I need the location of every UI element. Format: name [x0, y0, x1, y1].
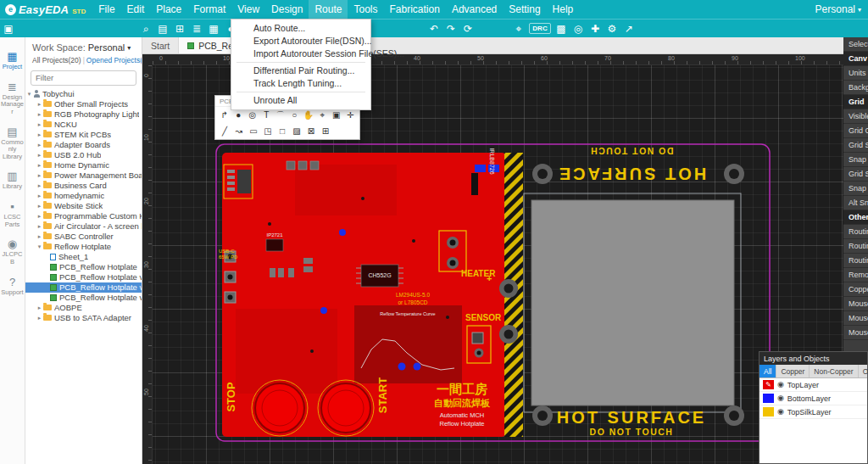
- dimension-icon[interactable]: ⌖: [510, 20, 527, 37]
- attr-row-mouse[interactable]: Mouse-: [843, 326, 868, 340]
- all-projects-link[interactable]: All Projects(20): [32, 56, 81, 64]
- attr-row-selecte[interactable]: Selecte: [843, 37, 868, 52]
- menu-advanced[interactable]: Advanced: [446, 0, 503, 19]
- sidebar-item-commonly-library[interactable]: ▤Commonly Library: [0, 121, 25, 166]
- attr-row-grid[interactable]: Grid: [843, 95, 868, 109]
- sidebar-item-project[interactable]: ▦Project: [0, 46, 25, 76]
- layers-tab-all[interactable]: All: [760, 365, 776, 377]
- table-icon[interactable]: ▤: [154, 20, 171, 37]
- image-icon[interactable]: ▦: [205, 20, 222, 37]
- attr-row-visible-c[interactable]: Visible C: [843, 109, 868, 124]
- menu-help[interactable]: Help: [547, 0, 580, 19]
- attr-row-mouse[interactable]: Mouse-: [843, 311, 868, 326]
- image-tool-icon[interactable]: ▣: [330, 109, 343, 121]
- menu-setting[interactable]: Setting: [503, 0, 546, 19]
- attr-row-snap-si[interactable]: Snap Si: [843, 182, 868, 196]
- attr-row-routing[interactable]: Routing: [843, 254, 868, 268]
- menu-view[interactable]: View: [231, 0, 265, 19]
- attr-row-mouse[interactable]: Mouse-: [843, 297, 868, 311]
- cutout-tool-icon[interactable]: ⊠: [304, 125, 318, 137]
- tree-item-ncku[interactable]: ▸NCKU: [25, 120, 142, 130]
- attr-row-grid-sty[interactable]: Grid Sty: [843, 138, 868, 153]
- attr-row-grid-siz[interactable]: Grid Siz: [843, 167, 868, 182]
- undo-icon[interactable]: ↶: [426, 20, 442, 37]
- menu-design[interactable]: Design: [265, 0, 309, 19]
- attr-row-snap[interactable]: Snap: [843, 153, 868, 167]
- menu-edit[interactable]: Edit: [121, 0, 151, 19]
- drag-tool-icon[interactable]: ✋: [302, 109, 315, 121]
- tree-item-stem-kit-pcbs[interactable]: ▸STEM Kit PCBs: [25, 130, 142, 140]
- arc-tool-icon[interactable]: ⌒: [274, 109, 287, 121]
- via-tool-icon[interactable]: ◎: [246, 109, 259, 121]
- track-tool-icon[interactable]: ↱: [218, 109, 231, 121]
- redo-icon[interactable]: ↷: [442, 20, 459, 37]
- tree-item-sabc-controller[interactable]: ▸SABC Controller: [25, 232, 142, 242]
- attr-row-routing[interactable]: Routing: [843, 225, 868, 239]
- menu-item-import-autorouter-session-file-ses[interactable]: Import Autorouter Session File(SES)...: [231, 48, 370, 60]
- menu-item-differential-pair-routing[interactable]: Differential Pair Routing...: [231, 64, 370, 77]
- drc-icon[interactable]: DRC: [529, 23, 551, 34]
- measure-tool-icon[interactable]: ✛: [344, 109, 358, 121]
- rect-tool-icon[interactable]: ▭: [247, 125, 260, 137]
- tree-item-home-dynamic[interactable]: ▸Home Dynamic: [25, 160, 142, 171]
- layers-tab-copper[interactable]: Copper: [776, 365, 810, 377]
- share-icon[interactable]: ↗: [620, 20, 637, 37]
- tree-item-adapter-boards[interactable]: ▸Adapter Boards: [25, 140, 142, 150]
- attr-row-copper[interactable]: Copper: [843, 282, 868, 297]
- menu-item-auto-route[interactable]: Auto Route...: [231, 22, 370, 35]
- filter-input[interactable]: [31, 70, 136, 86]
- easyeda-logo[interactable]: e EasyEDA STD: [0, 3, 92, 16]
- attr-row-canv[interactable]: Canv: [843, 52, 868, 66]
- tree-item-pcb-reflow-hotplate-v3[interactable]: PCB_Reflow Hotplate v3: [25, 282, 142, 293]
- gear-icon[interactable]: ⚙: [604, 20, 620, 37]
- tree-item-power-management-boards[interactable]: ▸Power Management Boards: [25, 171, 142, 181]
- sidebar-item-jlcpcb[interactable]: ◉JLCPCB: [0, 233, 25, 271]
- attr-row-routing[interactable]: Routing: [843, 239, 868, 254]
- sidebar-item-library[interactable]: ▥Library: [0, 165, 25, 196]
- array-tool-icon[interactable]: ⊞: [319, 125, 332, 137]
- sidebar-item-lcsc-parts[interactable]: ▪LCSC Parts: [0, 196, 25, 233]
- menu-format[interactable]: Format: [187, 0, 231, 19]
- eye-icon[interactable]: ◉: [777, 408, 784, 416]
- rounded-rect-tool-icon[interactable]: ◳: [261, 125, 275, 137]
- grid-icon[interactable]: ⊞: [171, 20, 188, 37]
- layers-panel-title[interactable]: Layers and Objects: [760, 352, 867, 365]
- tree-item-pcb-reflow-hotplate[interactable]: PCB_Reflow Hotplate: [25, 262, 142, 272]
- layers-tab-non-copper[interactable]: Non-Copper: [810, 365, 858, 377]
- tree-item-usb-to-sata-adapter[interactable]: ▸USB to SATA Adapter: [25, 313, 142, 323]
- layers-icon[interactable]: ≣: [188, 20, 205, 37]
- line-tool-icon[interactable]: ╱: [218, 125, 231, 137]
- origin-tool-icon[interactable]: ⌖: [316, 109, 330, 121]
- layer-color-swatch[interactable]: [763, 394, 774, 403]
- pad-tool-icon[interactable]: ●: [232, 109, 246, 121]
- sidebar-item-support[interactable]: ?Support: [0, 271, 25, 302]
- menu-tools[interactable]: Tools: [348, 0, 383, 19]
- tree-root[interactable]: ▾Tobychui: [25, 89, 142, 99]
- circle-tool-icon[interactable]: ○: [288, 109, 302, 121]
- tree-item-sheet-1[interactable]: Sheet_1: [25, 252, 142, 262]
- layer-row-toplayer[interactable]: ✎◉TopLayer: [760, 378, 867, 392]
- via-icon[interactable]: ◎: [570, 20, 587, 37]
- layer-row-bottomlayer[interactable]: ◉BottomLayer: [760, 392, 867, 405]
- tree-item-pcb-reflow-hotplate-v4[interactable]: PCB_Reflow Hotplate v4: [25, 293, 142, 303]
- opened-projects-link[interactable]: Opened Projects(: [86, 56, 142, 64]
- layer-color-swatch[interactable]: ✎: [763, 380, 774, 389]
- account-menu[interactable]: Personal ▾: [809, 3, 868, 15]
- sidebar-item-design-manager[interactable]: ≣Design Manager: [0, 76, 25, 121]
- tree-item-homedynamic[interactable]: ▸homedynamic: [25, 191, 142, 201]
- menu-item-unroute-all[interactable]: Unroute All: [231, 94, 370, 107]
- solid-region-tool-icon[interactable]: ▨: [290, 125, 303, 137]
- copper-area-icon[interactable]: ▩: [553, 20, 570, 37]
- menu-item-track-length-tuning[interactable]: Track Length Tuning...: [231, 77, 370, 90]
- attr-row-remove[interactable]: Remove: [843, 268, 868, 282]
- layer-color-swatch[interactable]: [763, 407, 774, 416]
- tree-item-other-small-projects[interactable]: ▸Other Small Projects: [25, 99, 142, 109]
- tree-item-pcb-reflow-hotplate-v2[interactable]: PCB_Reflow Hotplate v2: [25, 272, 142, 282]
- attr-row-backgro[interactable]: Backgro: [843, 81, 868, 95]
- menu-fabrication[interactable]: Fabrication: [384, 0, 446, 19]
- route-icon[interactable]: ✚: [587, 20, 604, 37]
- menu-route[interactable]: Route: [309, 0, 348, 19]
- eye-icon[interactable]: ◉: [777, 394, 784, 402]
- layers-tab-obje[interactable]: Obje: [859, 365, 868, 377]
- menu-item-export-autorouter-file-dsn[interactable]: Export Autorouter File(DSN)...: [231, 35, 370, 48]
